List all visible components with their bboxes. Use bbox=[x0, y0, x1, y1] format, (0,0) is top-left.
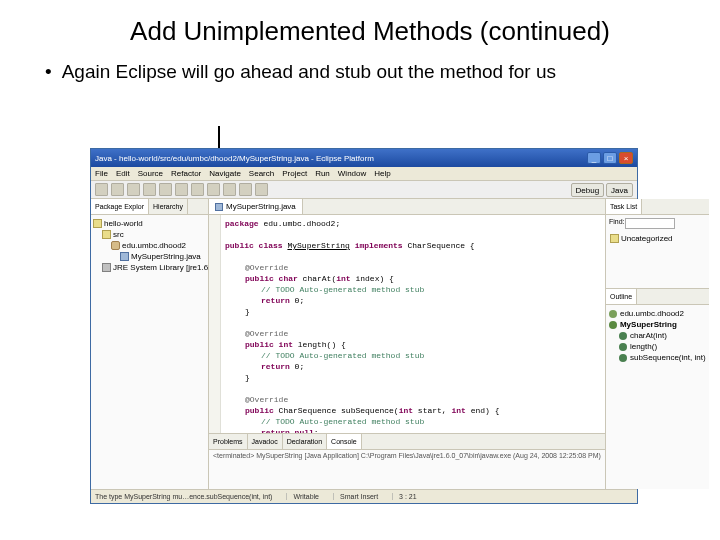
tree-project[interactable]: hello-world bbox=[93, 218, 206, 229]
tree-file-label: MySuperString.java bbox=[131, 252, 201, 261]
menu-refactor[interactable]: Refactor bbox=[171, 169, 201, 178]
java-file-icon bbox=[120, 252, 129, 261]
nav-back-icon[interactable] bbox=[239, 183, 252, 196]
task-find-input[interactable] bbox=[625, 218, 675, 229]
tree-java-file[interactable]: MySuperString.java bbox=[93, 251, 206, 262]
editor-tabs: MySuperString.java bbox=[209, 199, 605, 215]
status-bar: The type MySuperString mu…ence.subSequen… bbox=[91, 489, 637, 503]
menu-help[interactable]: Help bbox=[374, 169, 390, 178]
outline-package[interactable]: edu.umbc.dhood2 bbox=[609, 308, 706, 319]
editor-tab-file[interactable]: MySuperString.java bbox=[209, 199, 303, 214]
eclipse-screenshot: Java - hello-world/src/edu/umbc/dhood2/M… bbox=[90, 148, 638, 504]
status-writable: Writable bbox=[286, 493, 319, 500]
tab-hierarchy[interactable]: Hierarchy bbox=[149, 199, 188, 214]
package-explorer-tree: hello-world src edu.umbc.dhood2 MySuperS… bbox=[91, 215, 208, 276]
task-find-row: Find: bbox=[609, 218, 706, 229]
package-explorer-pane: Package Explor Hierarchy hello-world src… bbox=[91, 199, 209, 489]
tree-src[interactable]: src bbox=[93, 229, 206, 240]
outline-method-charat[interactable]: charAt(int) bbox=[609, 330, 706, 341]
window-title: Java - hello-world/src/edu/umbc/dhood2/M… bbox=[95, 154, 585, 163]
tab-console[interactable]: Console bbox=[327, 434, 362, 449]
open-type-icon[interactable] bbox=[207, 183, 220, 196]
method-icon bbox=[619, 354, 627, 362]
outline-class[interactable]: MySuperString bbox=[609, 319, 706, 330]
library-icon bbox=[102, 263, 111, 272]
tree-package-label: edu.umbc.dhood2 bbox=[122, 241, 186, 250]
menu-search[interactable]: Search bbox=[249, 169, 274, 178]
slide-bullet: • Again Eclipse will go ahead and stub o… bbox=[0, 55, 720, 93]
tab-package-explorer[interactable]: Package Explor bbox=[91, 199, 149, 214]
outline-m2-label: length() bbox=[630, 342, 657, 351]
editor-tab-label: MySuperString.java bbox=[226, 202, 296, 211]
perspective-bar: Debug Java bbox=[571, 183, 633, 197]
ide-body: Package Explor Hierarchy hello-world src… bbox=[91, 199, 637, 489]
close-button[interactable]: × bbox=[619, 152, 633, 164]
new-icon[interactable] bbox=[95, 183, 108, 196]
debug-icon[interactable] bbox=[143, 183, 156, 196]
status-insert-mode: Smart Insert bbox=[333, 493, 378, 500]
right-pane: Task List Find: Uncategorized Outline ed… bbox=[605, 199, 709, 489]
bottom-tabs: Problems Javadoc Declaration Console bbox=[209, 434, 605, 450]
tree-jre-lib[interactable]: JRE System Library [jre1.6.0_0… bbox=[93, 262, 206, 273]
outline-m3-label: subSequence(int, int) bbox=[630, 353, 706, 362]
outline-m1-label: charAt(int) bbox=[630, 331, 667, 340]
menu-project[interactable]: Project bbox=[282, 169, 307, 178]
bottom-pane: Problems Javadoc Declaration Console <te… bbox=[209, 433, 605, 489]
menu-bar: File Edit Source Refactor Navigate Searc… bbox=[91, 167, 637, 181]
toolbar bbox=[91, 181, 637, 199]
tree-project-label: hello-world bbox=[104, 219, 143, 228]
tab-declaration[interactable]: Declaration bbox=[283, 434, 327, 449]
save-icon[interactable] bbox=[111, 183, 124, 196]
print-icon[interactable] bbox=[127, 183, 140, 196]
method-icon bbox=[619, 332, 627, 340]
folder-icon bbox=[610, 234, 619, 243]
class-icon bbox=[609, 321, 617, 329]
menu-edit[interactable]: Edit bbox=[116, 169, 130, 178]
tab-problems[interactable]: Problems bbox=[209, 434, 248, 449]
new-package-icon[interactable] bbox=[191, 183, 204, 196]
run-icon[interactable] bbox=[159, 183, 172, 196]
search-icon[interactable] bbox=[223, 183, 236, 196]
status-hint: The type MySuperString mu…ence.subSequen… bbox=[95, 493, 272, 500]
task-list-pane: Task List Find: Uncategorized bbox=[606, 199, 709, 289]
outline-method-subsequence[interactable]: subSequence(int, int) bbox=[609, 352, 706, 363]
java-file-icon bbox=[215, 203, 223, 211]
task-uncategorized[interactable]: Uncategorized bbox=[606, 232, 709, 245]
editor-gutter bbox=[209, 215, 221, 433]
menu-navigate[interactable]: Navigate bbox=[209, 169, 241, 178]
outline-pane: Outline edu.umbc.dhood2 MySuperString ch… bbox=[606, 289, 709, 489]
bullet-dot: • bbox=[45, 61, 52, 83]
menu-file[interactable]: File bbox=[95, 169, 108, 178]
nav-forward-icon[interactable] bbox=[255, 183, 268, 196]
bullet-text: Again Eclipse will go ahead and stub out… bbox=[62, 61, 556, 83]
tree-package[interactable]: edu.umbc.dhood2 bbox=[93, 240, 206, 251]
package-icon bbox=[111, 241, 120, 250]
project-icon bbox=[93, 219, 102, 228]
minimize-button[interactable]: _ bbox=[587, 152, 601, 164]
perspective-debug[interactable]: Debug bbox=[571, 183, 605, 197]
outline-tree: edu.umbc.dhood2 MySuperString charAt(int… bbox=[606, 305, 709, 366]
tab-outline[interactable]: Outline bbox=[606, 289, 637, 304]
console-output: <terminated> MySuperString [Java Applica… bbox=[209, 450, 605, 489]
outline-method-length[interactable]: length() bbox=[609, 341, 706, 352]
find-label: Find: bbox=[609, 218, 625, 229]
menu-window[interactable]: Window bbox=[338, 169, 366, 178]
task-uncat-label: Uncategorized bbox=[621, 234, 673, 243]
package-icon bbox=[609, 310, 617, 318]
code-editor[interactable]: package edu.umbc.dhood2; public class My… bbox=[209, 215, 605, 433]
outline-class-label: MySuperString bbox=[620, 320, 677, 329]
outline-pkg-label: edu.umbc.dhood2 bbox=[620, 309, 684, 318]
method-icon bbox=[619, 343, 627, 351]
source-folder-icon bbox=[102, 230, 111, 239]
menu-run[interactable]: Run bbox=[315, 169, 330, 178]
maximize-button[interactable]: □ bbox=[603, 152, 617, 164]
left-tabs: Package Explor Hierarchy bbox=[91, 199, 208, 215]
menu-source[interactable]: Source bbox=[138, 169, 163, 178]
tab-task-list[interactable]: Task List bbox=[606, 199, 642, 214]
new-class-icon[interactable] bbox=[175, 183, 188, 196]
tree-src-label: src bbox=[113, 230, 124, 239]
tab-javadoc[interactable]: Javadoc bbox=[248, 434, 283, 449]
editor-pane: MySuperString.java package edu.umbc.dhoo… bbox=[209, 199, 605, 489]
perspective-java[interactable]: Java bbox=[606, 183, 633, 197]
slide-title: Add Unimplemented Methods (continued) bbox=[0, 0, 720, 55]
